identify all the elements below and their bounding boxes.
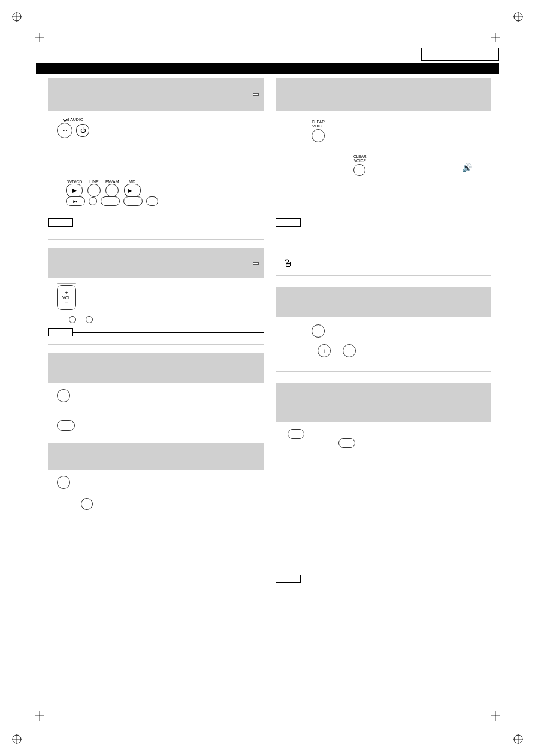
bal-right[interactable]	[86, 316, 93, 323]
line-label: LINE	[89, 180, 99, 184]
md-button-group: MD ▶⏸	[124, 180, 141, 197]
used-frequently-badge-1	[253, 93, 259, 96]
label-box-r1	[276, 218, 301, 227]
bass-treble-area	[312, 323, 325, 340]
input-buttons-row: DVD/CD ▶ LINE FM/AM MD ▶⏸	[66, 180, 141, 197]
md-label: MD	[129, 180, 135, 184]
line-button-group: LINE	[87, 180, 101, 197]
label-box-2	[48, 328, 73, 336]
volume-area: + VOL −	[57, 283, 76, 310]
section-header-volume	[48, 248, 264, 278]
inner-mark-br	[491, 711, 500, 723]
clear-voice-1-area: CLEARVOICE	[312, 120, 325, 145]
dvd-cd-button-group: DVD/CD ▶	[66, 180, 83, 197]
dimmer-remote-button[interactable]	[338, 438, 355, 448]
ahb-unit-button[interactable]	[57, 476, 70, 489]
line-box-r-bottom	[276, 575, 491, 583]
section-header-ahb	[48, 443, 264, 470]
line-box-r1	[276, 218, 491, 227]
transport-buttons-row: ⏮	[66, 196, 158, 206]
dimmer-remote-area	[338, 437, 355, 450]
muting-remote-button[interactable]	[57, 420, 75, 431]
muting-unit-area	[57, 388, 70, 405]
section-header-dimmer	[276, 383, 491, 422]
eject-button[interactable]	[146, 196, 158, 206]
power-label: ⏻/I AUDIO	[57, 117, 89, 122]
clear-voice-1-button[interactable]	[312, 129, 325, 142]
bass-treble-minus-button[interactable]: −	[343, 344, 356, 357]
prev-button[interactable]: ⏮	[66, 196, 85, 206]
label-box-1	[48, 218, 73, 227]
inner-mark-tl	[35, 33, 44, 45]
section-header-power	[48, 78, 264, 111]
line-box-1	[48, 218, 264, 227]
hrule-bottom-r	[276, 605, 491, 605]
muting-remote-area	[57, 419, 75, 433]
bass-treble-plus-button[interactable]: +	[318, 344, 331, 357]
volume-knob[interactable]: + VOL −	[57, 285, 76, 310]
tune-button[interactable]	[89, 197, 97, 205]
bass-treble-pm: + −	[318, 344, 356, 357]
corner-mark-tl	[12, 12, 36, 36]
header-bar	[36, 63, 499, 74]
balance-area	[69, 316, 93, 323]
fmam-button[interactable]	[105, 184, 119, 197]
line-button[interactable]	[87, 184, 101, 197]
speaker-icon: 🔊	[462, 163, 472, 172]
audio-label	[57, 283, 76, 284]
hrule-bottom-l	[48, 533, 264, 533]
divider-2	[48, 344, 264, 345]
fmam-label: FM/AM	[105, 180, 119, 184]
dimmer-unit-area	[288, 428, 304, 441]
power-button-area: ⏻/I AUDIO ··· ⏻	[57, 117, 89, 138]
divider-1	[48, 239, 264, 240]
clear-voice-1-label: CLEARVOICE	[312, 120, 325, 128]
power-button[interactable]: ···	[57, 123, 72, 138]
used-frequently-badge-2	[253, 262, 259, 265]
remote-icon: 🖱	[283, 257, 294, 270]
clear-voice-2-area: CLEARVOICE	[353, 154, 367, 178]
clear-voice-2-label: CLEARVOICE	[353, 154, 367, 163]
dvd-cd-button[interactable]: ▶	[66, 184, 83, 197]
ahb-unit-area	[57, 475, 70, 491]
on-button[interactable]: ⏻	[76, 124, 89, 137]
divider-r2	[276, 371, 491, 372]
page-number-box	[421, 48, 499, 61]
section-header-muting	[48, 353, 264, 383]
bass-treble-button[interactable]	[312, 324, 325, 338]
dvd-cd-label: DVD/CD	[67, 180, 83, 184]
divider-r1	[276, 275, 491, 276]
line-box-2	[48, 328, 264, 336]
bal-left[interactable]	[69, 316, 76, 323]
label-box-r-bottom	[276, 575, 301, 583]
corner-mark-tr	[499, 12, 523, 36]
section-header-r1	[276, 78, 491, 111]
corner-mark-bl	[12, 720, 36, 744]
muting-unit-button[interactable]	[57, 389, 70, 402]
inner-mark-tr	[491, 33, 500, 45]
inner-mark-bl	[35, 711, 44, 723]
md-button[interactable]: ▶⏸	[124, 184, 141, 197]
open-button[interactable]	[123, 196, 143, 206]
dimmer-unit-button[interactable]	[288, 429, 304, 439]
next-button[interactable]	[101, 196, 120, 206]
ahb-remote-area	[81, 497, 93, 512]
ahb-remote-button[interactable]	[81, 498, 93, 510]
clear-voice-2-button[interactable]	[353, 164, 365, 176]
section-header-bass-treble	[276, 287, 491, 317]
corner-mark-br	[499, 720, 523, 744]
fmam-button-group: FM/AM	[105, 180, 119, 197]
